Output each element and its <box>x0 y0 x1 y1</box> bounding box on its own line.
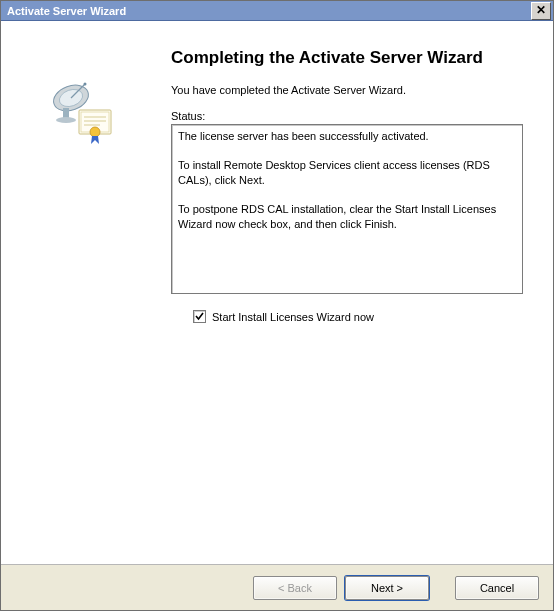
back-button[interactable]: < Back <box>253 576 337 600</box>
wizard-window: Activate Server Wizard ✕ <box>0 0 554 611</box>
checkbox-label: Start Install Licenses Wizard now <box>212 311 374 323</box>
window-title: Activate Server Wizard <box>7 5 531 17</box>
wizard-body: Completing the Activate Server Wizard Yo… <box>1 21 553 564</box>
close-button[interactable]: ✕ <box>531 2 551 20</box>
svg-point-3 <box>84 83 87 86</box>
svg-rect-4 <box>63 108 69 118</box>
checkbox-row: Start Install Licenses Wizard now <box>193 310 523 323</box>
page-heading: Completing the Activate Server Wizard <box>171 47 523 68</box>
button-bar: < Back Next > Cancel <box>1 564 553 610</box>
checkmark-icon <box>194 311 205 322</box>
next-button[interactable]: Next > <box>345 576 429 600</box>
svg-point-11 <box>90 127 100 137</box>
intro-text: You have completed the Activate Server W… <box>171 84 523 96</box>
main-column: Completing the Activate Server Wizard Yo… <box>161 21 553 564</box>
wizard-graphic <box>45 76 117 148</box>
status-line: The license server has been successfully… <box>178 129 516 144</box>
titlebar[interactable]: Activate Server Wizard ✕ <box>1 1 553 21</box>
cancel-button[interactable]: Cancel <box>455 576 539 600</box>
status-box: The license server has been successfully… <box>171 124 523 294</box>
close-icon: ✕ <box>536 3 546 17</box>
status-label: Status: <box>171 110 523 122</box>
svg-point-5 <box>56 117 76 123</box>
status-line: To postpone RDS CAL installation, clear … <box>178 202 516 232</box>
start-install-checkbox[interactable] <box>193 310 206 323</box>
side-column <box>1 21 161 564</box>
status-line: To install Remote Desktop Services clien… <box>178 158 516 188</box>
